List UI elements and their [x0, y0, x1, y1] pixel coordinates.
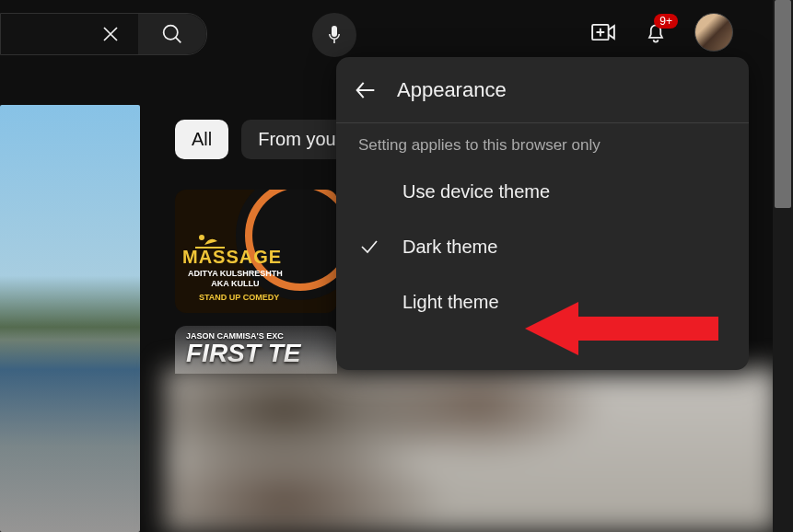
thumb1-sub-line1: ADITYA KULSHRESHTH: [188, 269, 283, 278]
svg-rect-1: [333, 40, 335, 43]
scrollbar-thumb[interactable]: [775, 0, 791, 208]
popup-header: Appearance: [336, 57, 749, 123]
option-label: Light theme: [402, 292, 499, 313]
filter-chip-bar: All From you: [175, 120, 353, 159]
svg-point-0: [164, 26, 178, 40]
appearance-option-device[interactable]: Use device theme: [336, 164, 749, 219]
appearance-option-dark[interactable]: Dark theme: [336, 219, 749, 274]
popup-back-button[interactable]: [353, 77, 379, 103]
thumb1-title: MASSAGE: [182, 247, 282, 268]
popup-description: Setting applies to this browser only: [336, 123, 749, 164]
notifications-button[interactable]: 9+: [643, 19, 669, 45]
notification-badge: 9+: [654, 14, 678, 29]
thumb2-title: FIRST TE: [186, 339, 300, 368]
check-slot: [358, 235, 380, 259]
video-thumbnail-1[interactable]: MASSAGE ADITYA KULSHRESHTH AKA KULLU STA…: [175, 190, 337, 313]
clear-search-button[interactable]: [83, 14, 138, 54]
popup-title: Appearance: [397, 78, 507, 102]
search-box: [0, 13, 207, 55]
scrollbar-track[interactable]: [773, 0, 793, 532]
chip-all[interactable]: All: [175, 120, 228, 159]
create-video-icon: [589, 18, 617, 46]
thumb1-sub-line2: AKA KULLU: [211, 279, 259, 288]
close-icon: [98, 21, 123, 47]
video-thumbnail-2[interactable]: JASON CAMMISA'S EXC FIRST TE: [175, 326, 337, 374]
option-label: Dark theme: [402, 237, 497, 258]
appearance-popup: Appearance Setting applies to this brows…: [336, 57, 749, 370]
option-label: Use device theme: [402, 181, 550, 202]
blurred-content: [165, 368, 777, 532]
avatar[interactable]: [694, 13, 733, 52]
search-icon: [159, 21, 185, 47]
search-button[interactable]: [138, 14, 206, 54]
header-right-actions: 9+: [589, 0, 733, 64]
sidebar-thumbnail[interactable]: [0, 105, 140, 532]
header-bar: 9+: [0, 0, 770, 64]
microphone-icon: [323, 24, 345, 46]
arrow-left-icon: [353, 77, 379, 103]
create-button[interactable]: [589, 18, 617, 46]
check-icon: [358, 235, 380, 259]
massage-figure-icon: [192, 228, 228, 241]
thumb1-subtitle: ADITYA KULSHRESHTH AKA KULLU: [188, 269, 283, 289]
voice-search-button[interactable]: [312, 13, 356, 57]
appearance-option-light[interactable]: Light theme: [336, 274, 749, 330]
thumb1-tagline: STAND UP COMEDY: [199, 293, 279, 302]
